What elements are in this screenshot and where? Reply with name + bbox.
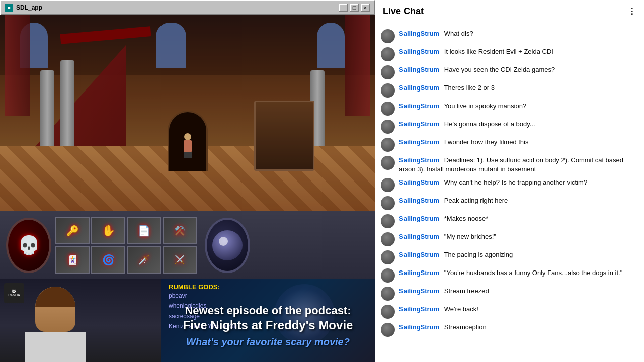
chat-message-2: SailingStrum It looks like Resident Evil…: [375, 45, 644, 63]
streamer-body: [25, 332, 86, 362]
inv-slot-7[interactable]: 🗡️: [127, 246, 161, 274]
username-3: SailingStrum: [399, 66, 439, 73]
inv-slot-5[interactable]: 🃏: [55, 246, 90, 274]
username-13: SailingStrum: [399, 251, 439, 258]
minimize-button[interactable]: −: [339, 4, 348, 12]
title-bar: ■ SDL_app − □ ×: [0, 0, 375, 15]
avatar-11: [381, 214, 395, 228]
window-icon: ■: [5, 4, 13, 12]
username-16: SailingStrum: [399, 305, 439, 313]
username-14: SailingStrum: [399, 269, 439, 277]
char-head: [184, 133, 191, 140]
member-1: pbeavr: [169, 291, 237, 301]
message-text-6: He's gonna dispose of a body...: [444, 120, 535, 128]
inv-item-6: 🌀: [102, 254, 115, 266]
orb-inner: [212, 230, 243, 260]
chat-message-6: SailingStrum He's gonna dispose of a bod…: [375, 118, 644, 136]
message-text-7: I wonder how they filmed this: [444, 138, 529, 146]
username-4: SailingStrum: [399, 84, 439, 92]
avatar-13: [381, 250, 395, 264]
chat-message-8: SailingStrum Deadlines: 1). Use sulfuric…: [375, 154, 644, 176]
avatar-17: [381, 323, 395, 337]
chat-message-1: SailingStrum What dis?: [375, 27, 644, 45]
chat-message-7: SailingStrum I wonder how they filmed th…: [375, 136, 644, 154]
inv-item-5: 🃏: [67, 254, 78, 265]
message-content-11: SailingStrum *Makes noose*: [399, 214, 638, 223]
close-button[interactable]: ×: [361, 4, 370, 12]
streamer-head: [35, 287, 75, 332]
message-content-8: SailingStrum Deadlines: 1). Use sulfuric…: [399, 156, 638, 174]
inv-slot-1[interactable]: 🔑: [55, 217, 90, 244]
chat-messages[interactable]: SailingStrum What dis? SailingStrum It l…: [375, 23, 644, 362]
message-text-15: Stream freezed: [444, 287, 489, 295]
avatar-1: [381, 29, 395, 43]
message-text-16: We're back!: [444, 305, 478, 313]
maximize-button[interactable]: □: [350, 4, 359, 12]
username-10: SailingStrum: [399, 197, 439, 204]
podcast-line1: Newest episode of the podcast:: [183, 303, 353, 319]
info-panel: RUMBLE GODS: pbeavr whenlogicdies sacred…: [161, 279, 375, 362]
chat-message-17: SailingStrum Streamception: [375, 321, 644, 339]
chat-header: Live Chat ⋮: [375, 0, 644, 23]
chat-message-12: SailingStrum "My new briches!": [375, 230, 644, 248]
window-center: [156, 23, 186, 68]
chat-message-10: SailingStrum Peak acting right here: [375, 194, 644, 212]
inv-item-2: ✋: [102, 224, 115, 237]
inv-slot-2[interactable]: ✋: [91, 217, 125, 244]
username-8: SailingStrum: [399, 156, 439, 164]
avatar-2: [381, 47, 395, 61]
message-content-1: SailingStrum What dis?: [399, 29, 638, 38]
message-text-17: Streamception: [444, 323, 487, 331]
message-text-1: What dis?: [444, 30, 473, 37]
avatar-5: [381, 102, 395, 116]
username-2: SailingStrum: [399, 48, 439, 55]
game-window: ■ SDL_app − □ ×: [0, 0, 375, 362]
inv-item-8: ⚔️: [175, 255, 185, 264]
avatar-4: [381, 83, 395, 98]
inventory-bar: 💀 🔑 ✋ 📄 ⚒️ 🃏 🌀 🗡️: [0, 211, 375, 279]
orb-highlight: [219, 237, 228, 246]
avatar-7: [381, 138, 395, 152]
message-text-13: The pacing is agonizing: [444, 251, 513, 258]
game-viewport: [0, 15, 375, 211]
inventory-grid: 🔑 ✋ 📄 ⚒️ 🃏 🌀 🗡️ ⚔️: [55, 217, 197, 274]
throne-area: [254, 101, 314, 171]
chat-options-icon[interactable]: ⋮: [628, 7, 636, 16]
inv-slot-8[interactable]: ⚔️: [163, 246, 197, 274]
chat-message-14: SailingStrum "You're husbands has a funn…: [375, 266, 644, 285]
webcam-section: 🐼PANDA: [0, 279, 161, 362]
curtain-left: [5, 15, 30, 116]
streamer-figure: [25, 287, 86, 362]
message-content-17: SailingStrum Streamception: [399, 323, 638, 332]
message-text-14: "You're husbands has a funny Only Fans..…: [444, 269, 623, 277]
avatar-12: [381, 232, 395, 246]
message-content-9: SailingStrum Why can't he help? Is he tr…: [399, 178, 638, 187]
avatar-8: [381, 156, 395, 170]
avatar-10: [381, 196, 395, 210]
message-content-4: SailingStrum Theres like 2 or 3: [399, 83, 638, 93]
scary-question: What's your favorite scary movie?: [183, 336, 353, 348]
message-text-5: You live in spooky mansion?: [444, 102, 527, 110]
message-text-3: Have you seen the CDI Zelda games?: [444, 66, 555, 73]
podcast-line2: Five Nights at Freddy's Movie: [183, 318, 353, 332]
username-9: SailingStrum: [399, 178, 439, 186]
avatar-16: [381, 305, 395, 319]
inv-slot-3[interactable]: 📄: [127, 217, 161, 244]
message-text-11: *Makes noose*: [444, 215, 488, 222]
username-15: SailingStrum: [399, 287, 439, 295]
bottom-overlay: 🐼PANDA RUMBLE GODS: pbeavr whenlogicdies…: [0, 279, 375, 362]
message-text-12: "My new briches!": [444, 233, 496, 240]
orb-button[interactable]: [205, 218, 250, 273]
username-11: SailingStrum: [399, 215, 439, 222]
window-title: SDL_app: [16, 4, 42, 11]
window-right: [317, 23, 345, 68]
message-content-6: SailingStrum He's gonna dispose of a bod…: [399, 120, 638, 129]
inv-slot-4[interactable]: ⚒️: [163, 217, 197, 244]
podcast-info: Newest episode of the podcast: Five Nigh…: [183, 303, 353, 348]
skull-button[interactable]: 💀: [6, 218, 51, 273]
webcam-person: [0, 279, 161, 362]
chat-message-5: SailingStrum You live in spooky mansion?: [375, 100, 644, 118]
chat-message-11: SailingStrum *Makes noose*: [375, 212, 644, 230]
chat-message-15: SailingStrum Stream freezed: [375, 285, 644, 303]
inv-slot-6[interactable]: 🌀: [91, 246, 125, 274]
